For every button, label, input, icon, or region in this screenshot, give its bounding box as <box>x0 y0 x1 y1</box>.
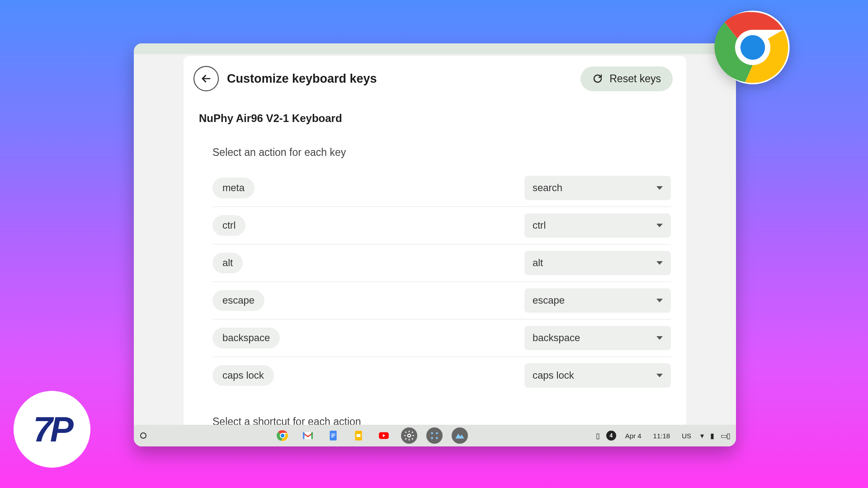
key-action-value: escape <box>533 295 565 306</box>
key-action-select[interactable]: ctrl <box>524 213 671 238</box>
keyboard-name: NuPhy Air96 V2-1 Keyboard <box>199 112 671 125</box>
svg-rect-8 <box>331 434 335 435</box>
system-tray[interactable]: ▯ 4 Apr 4 11:18 US ▾ ▮ ▭▯ <box>596 431 730 441</box>
settings-panel: Customize keyboard keys Reset keys NuPhy… <box>184 56 686 425</box>
reset-keys-label: Reset keys <box>609 73 661 85</box>
svg-point-18 <box>436 437 438 439</box>
key-row: escape escape <box>212 282 671 319</box>
svg-point-2 <box>741 35 765 60</box>
arrow-left-icon <box>200 72 212 85</box>
key-action-select[interactable]: escape <box>524 288 671 313</box>
notification-count[interactable]: 4 <box>606 431 616 441</box>
reset-icon <box>592 73 603 84</box>
key-chip: escape <box>212 290 264 311</box>
battery-icon: ▮ <box>710 432 714 440</box>
key-chip: ctrl <box>212 215 245 236</box>
quick-settings-icon[interactable]: ▭▯ <box>721 432 730 440</box>
key-action-value: caps lock <box>533 370 574 381</box>
phone-hub-icon[interactable]: ▯ <box>596 432 600 440</box>
svg-point-17 <box>431 437 433 439</box>
key-chip: alt <box>212 253 243 273</box>
tray-time: 11:18 <box>651 431 673 441</box>
tp-logo-icon: 7P <box>14 391 90 468</box>
key-row: ctrl ctrl <box>212 207 671 244</box>
key-action-value: backspace <box>533 332 580 344</box>
svg-rect-12 <box>357 434 361 437</box>
key-chip: backspace <box>212 328 280 348</box>
key-action-select[interactable]: backspace <box>524 326 671 350</box>
launcher-button[interactable] <box>140 432 146 439</box>
chevron-down-icon <box>656 374 663 377</box>
svg-rect-9 <box>331 435 335 436</box>
key-row: alt alt <box>212 244 671 282</box>
chevron-down-icon <box>656 261 663 265</box>
key-row: backspace backspace <box>212 319 671 357</box>
key-row: caps lock caps lock <box>212 357 671 394</box>
wifi-icon: ▾ <box>700 432 704 440</box>
key-chip: caps lock <box>212 365 274 386</box>
back-button[interactable] <box>193 66 219 91</box>
shelf-chrome-icon[interactable] <box>274 427 291 444</box>
svg-point-5 <box>281 434 284 437</box>
shelf-app1-icon[interactable] <box>426 427 443 444</box>
chevron-down-icon <box>656 336 663 340</box>
key-row: meta search <box>212 169 671 207</box>
shelf: ▯ 4 Apr 4 11:18 US ▾ ▮ ▭▯ <box>134 425 736 446</box>
key-chip: meta <box>212 178 255 198</box>
key-action-value: ctrl <box>533 220 546 231</box>
shelf-settings-icon[interactable] <box>401 427 417 444</box>
shelf-docs-icon[interactable] <box>325 427 341 444</box>
svg-rect-6 <box>303 432 313 439</box>
shelf-gmail-icon[interactable] <box>300 427 316 444</box>
shelf-app2-icon[interactable] <box>452 427 468 444</box>
settings-window: Customize keyboard keys Reset keys NuPhy… <box>134 43 736 446</box>
svg-point-15 <box>431 432 433 434</box>
chrome-logo-icon <box>714 9 791 86</box>
key-action-select[interactable]: search <box>524 176 671 200</box>
section-keys-label: Select an action for each key <box>199 146 671 159</box>
window-titlebar <box>134 43 736 54</box>
key-action-select[interactable]: alt <box>524 251 671 275</box>
reset-keys-button[interactable]: Reset keys <box>580 66 673 91</box>
svg-rect-10 <box>331 436 334 437</box>
tray-ime: US <box>679 431 694 441</box>
shelf-slides-icon[interactable] <box>350 427 367 444</box>
key-action-value: alt <box>533 257 543 269</box>
shelf-youtube-icon[interactable] <box>376 427 392 444</box>
svg-point-16 <box>436 432 438 434</box>
key-action-select[interactable]: caps lock <box>524 363 671 388</box>
key-action-value: search <box>533 182 562 194</box>
svg-point-14 <box>408 434 411 437</box>
page-title: Customize keyboard keys <box>227 72 572 86</box>
chevron-down-icon <box>656 186 663 190</box>
section-shortcut-label: Select a shortcut for each action <box>199 416 671 425</box>
tray-date: Apr 4 <box>623 431 644 441</box>
chevron-down-icon <box>656 224 663 227</box>
chevron-down-icon <box>656 299 663 302</box>
